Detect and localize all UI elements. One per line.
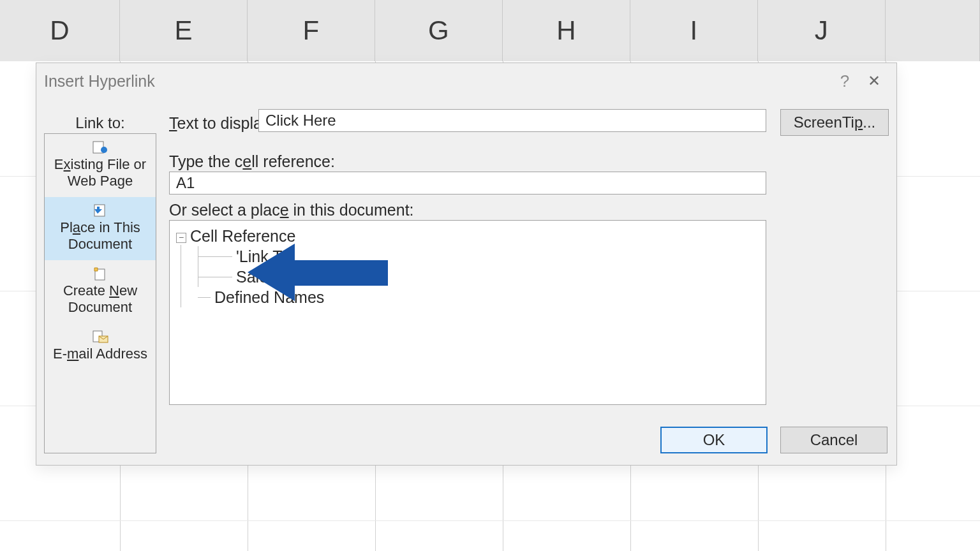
col-header-I[interactable]: I (630, 0, 758, 61)
place-in-document-icon (91, 203, 109, 217)
link-to-sidebar: Existing File or Web Page Place in This … (44, 133, 156, 453)
document-place-tree[interactable]: −Cell Reference 'Link To' Sales Defined … (169, 220, 766, 405)
email-icon (91, 330, 109, 344)
column-header-row: D E F G H I J (0, 0, 980, 62)
sidebar-item-existing-file[interactable]: Existing File or Web Page (45, 134, 156, 197)
ok-label: OK (703, 431, 725, 449)
col-header-J[interactable]: J (758, 0, 886, 61)
ok-button[interactable]: OK (660, 427, 768, 453)
tree-node-cell-reference[interactable]: Cell Reference (190, 227, 295, 245)
sidebar-item-email[interactable]: E-mail Address (45, 323, 156, 370)
screentip-button[interactable]: ScreenTip... (780, 109, 889, 136)
dialog-titlebar: Insert Hyperlink ? ✕ (36, 63, 896, 99)
screentip-label: ScreenTip... (794, 114, 876, 131)
col-header-G[interactable]: G (375, 0, 503, 61)
insert-hyperlink-dialog: Insert Hyperlink ? ✕ Link to: Existing F… (36, 62, 897, 466)
tree-node-sales[interactable]: Sales (219, 267, 759, 287)
col-header-E[interactable]: E (120, 0, 248, 61)
col-header-F[interactable]: F (248, 0, 375, 61)
cancel-button[interactable]: Cancel (780, 427, 887, 453)
cancel-label: Cancel (810, 431, 858, 449)
col-header-H[interactable]: H (503, 0, 630, 61)
cell-reference-label: Type the cell reference: (169, 152, 335, 171)
svg-point-1 (101, 147, 107, 153)
tree-collapse-icon[interactable]: − (176, 233, 186, 243)
sidebar-item-place-in-document[interactable]: Place in This Document (45, 197, 156, 260)
close-icon[interactable]: ✕ (859, 72, 889, 90)
select-place-label: Or select a place in this document: (169, 201, 414, 219)
help-icon[interactable]: ? (830, 71, 859, 91)
file-web-icon (91, 140, 109, 154)
col-header-D[interactable]: D (0, 0, 120, 61)
tree-node-link-to[interactable]: 'Link To' (219, 246, 759, 267)
col-header-next[interactable] (886, 0, 980, 61)
cell-reference-input[interactable] (169, 172, 766, 195)
sidebar-item-create-new[interactable]: Create New Document (45, 260, 156, 323)
new-document-icon (91, 267, 109, 281)
link-to-label: Link to: (44, 114, 156, 132)
dialog-title: Insert Hyperlink (44, 72, 155, 91)
text-to-display-input[interactable] (258, 109, 766, 132)
tree-node-defined-names[interactable]: Defined Names (198, 287, 759, 307)
